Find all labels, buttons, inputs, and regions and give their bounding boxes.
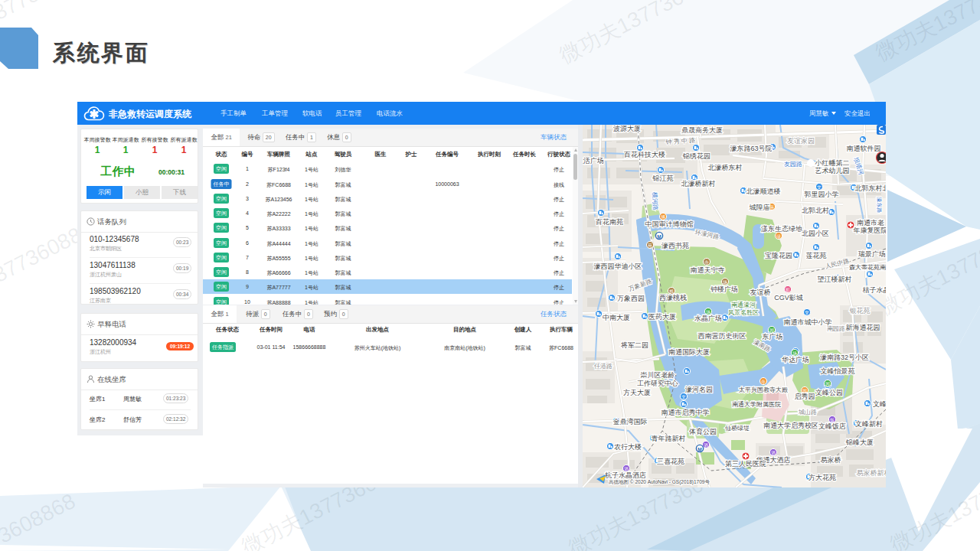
svg-text:青年路新村: 青年路新村 (652, 435, 686, 442)
svg-text:濠西书苑: 濠西书苑 (662, 242, 689, 249)
svg-text:栈: 栈 (668, 289, 674, 294)
svg-text:濠河名园: 濠河名园 (685, 386, 713, 393)
svg-text:南通天宁寺: 南通天宁寺 (691, 266, 725, 274)
svg-text:水晶广场: 水晶广场 (694, 315, 722, 322)
svg-text:锦绣花园: 锦绣花园 (682, 152, 710, 160)
svg-text:崇川区老龄: 崇川区老龄 (641, 371, 675, 379)
svg-text:苑: 苑 (648, 243, 652, 249)
svg-text:风景名胜区: 风景名胜区 (728, 309, 759, 316)
svg-text:锦江苑: 锦江苑 (652, 174, 674, 182)
svg-text:医药大厦: 医药大厦 (648, 313, 676, 321)
svg-text:锦峰大厦: 锦峰大厦 (845, 439, 874, 446)
svg-text:城山路: 城山路 (798, 409, 817, 416)
svg-text:启秀园: 启秀园 (795, 393, 815, 400)
svg-text:方天大厦: 方天大厦 (623, 389, 651, 396)
svg-text:♡: ♡ (808, 161, 812, 166)
svg-text:寺: 寺 (704, 260, 709, 265)
svg-text:北郭东村北: 北郭东村北 (855, 184, 887, 192)
svg-text:桔子水晶酒: 桔子水晶酒 (863, 286, 887, 294)
svg-text:中国审计博物馆: 中国审计博物馆 (645, 220, 694, 228)
svg-text:北濠顺道楼: 北濠顺道楼 (746, 187, 781, 195)
svg-text:饭: 饭 (829, 418, 835, 422)
svg-text:宝隆花园: 宝隆花园 (765, 252, 792, 259)
svg-text:生活广场: 生活广场 (583, 157, 604, 165)
svg-text:城隍庙: 城隍庙 (749, 204, 770, 211)
svg-text:体育公园: 体育公园 (689, 428, 717, 435)
svg-text:文: 文 (805, 310, 809, 315)
svg-text:易家桥: 易家桥 (821, 456, 841, 464)
svg-text:工作研究中心: 工作研究中心 (637, 380, 678, 387)
svg-text:波源大厦: 波源大厦 (613, 125, 641, 132)
svg-text:年康复医院: 年康复医院 (854, 227, 887, 234)
svg-text:农行大楼: 农行大楼 (614, 443, 642, 451)
svg-text:百花科技大楼: 百花科技大楼 (623, 151, 665, 158)
svg-text:中南大厦: 中南大厦 (603, 314, 630, 321)
svg-text:杭子水晶酒店: 杭子水晶酒店 (605, 471, 646, 479)
svg-text:易家桥新村: 易家桥新村 (857, 469, 887, 477)
svg-text:华达广场: 华达广场 (782, 356, 809, 364)
svg-text:濠西园华迪小区: 濠西园华迪小区 (594, 262, 642, 270)
svg-text:将军二园: 将军二园 (620, 341, 648, 349)
svg-text:三喜花苑: 三喜花苑 (657, 458, 684, 465)
svg-text:场: 场 (722, 280, 727, 285)
svg-text:森大蒂花苑南区: 森大蒂花苑南区 (849, 264, 886, 271)
svg-text:北濠桥新村: 北濠桥新村 (681, 180, 716, 187)
svg-text:北濠桥东村: 北濠桥东村 (708, 164, 743, 171)
svg-text:M: M (657, 234, 661, 240)
svg-text:太平兴国教寺大殿: 太平兴国教寺大殿 (739, 386, 788, 393)
svg-text:方大花苑: 方大花苑 (808, 474, 836, 481)
svg-text:文峰怡景苑: 文峰怡景苑 (821, 367, 855, 375)
svg-text:东广场: 东广场 (762, 333, 783, 341)
svg-text:南通市城中小学: 南通市城中小学 (784, 318, 832, 326)
svg-text:瑞景广场: 瑞景广场 (858, 250, 886, 258)
svg-text:北园小区: 北园小区 (802, 230, 829, 237)
svg-text:钟楼广场: 钟楼广场 (710, 285, 738, 293)
svg-text:寺: 寺 (761, 380, 766, 384)
svg-text:北郭北村: 北郭北村 (802, 207, 829, 214)
svg-text:酒: 酒 (704, 443, 708, 448)
svg-text:南园路: 南园路 (827, 325, 845, 332)
svg-text:望江楼新村: 望江楼新村 (818, 276, 852, 283)
svg-text:园: 园 (825, 382, 830, 387)
svg-text:CGV影城: CGV影城 (774, 294, 803, 302)
svg-text:博: 博 (661, 215, 665, 220)
svg-text:西南营历史街区: 西南营历史街区 (698, 332, 746, 340)
svg-text:任港路: 任港路 (593, 363, 612, 370)
svg-text:酒: 酒 (771, 451, 776, 456)
svg-text:南通软件园: 南通软件园 (847, 145, 881, 152)
svg-text:文: 文 (817, 184, 822, 190)
svg-text:漾东生态绿地: 漾东生态绿地 (761, 225, 802, 233)
svg-text:莲花苑: 莲花苑 (806, 252, 827, 259)
svg-text:南通市启秀中学: 南通市启秀中学 (662, 409, 710, 416)
svg-text:绿: 绿 (776, 234, 781, 239)
svg-text:西濠桃栈: 西濠桃栈 (659, 294, 687, 302)
svg-text:友园路: 友园路 (784, 161, 802, 168)
svg-text:第三人民医院: 第三人民医院 (725, 460, 766, 468)
svg-text:文峰饭店: 文峰饭店 (818, 422, 846, 430)
svg-text:文峰新村: 文峰新村 (855, 420, 883, 428)
svg-text:新海通花园: 新海通花园 (846, 324, 880, 331)
svg-text:庙: 庙 (769, 204, 774, 210)
svg-text:影: 影 (786, 287, 790, 292)
svg-text:南通濠河: 南通濠河 (731, 301, 756, 308)
svg-text:万象西园: 万象西园 (617, 295, 645, 302)
svg-text:郭里园小学: 郭里园小学 (804, 191, 839, 198)
svg-text:南通大学附属医院: 南通大学附属医院 (732, 400, 781, 408)
svg-text:仙桥绿堤: 仙桥绿堤 (725, 425, 750, 432)
svg-text:友谊桥: 友谊桥 (750, 289, 771, 296)
svg-text:南通国际大厦: 南通国际大厦 (668, 348, 710, 356)
svg-text:横河路: 横河路 (652, 191, 659, 210)
svg-text:濠南路32号小区: 濠南路32号小区 (820, 354, 869, 361)
svg-text:友谊家园: 友谊家园 (787, 137, 815, 145)
svg-text:文峰公园: 文峰公园 (815, 389, 843, 396)
svg-text:濠东路63号院: 濠东路63号院 (730, 145, 772, 152)
svg-text:文峰: 文峰 (873, 400, 886, 408)
svg-text:艺术幼儿园: 艺术幼儿园 (815, 167, 850, 174)
svg-text:南通市老: 南通市老 (857, 219, 884, 227)
svg-text:文: 文 (681, 394, 686, 399)
svg-text:百花南苑: 百花南苑 (595, 218, 623, 226)
svg-text:高德地图 © 2020 AutoNavi - GS(2018: 高德地图 © 2020 AutoNavi - GS(2018)1709号 (609, 479, 710, 485)
svg-text:小红幡第二: 小红幡第二 (815, 159, 850, 167)
svg-text:南通大学启秀校区: 南通大学启秀校区 (763, 422, 818, 429)
svg-text:鼎晟商务大厦: 鼎晟商务大厦 (681, 126, 723, 134)
